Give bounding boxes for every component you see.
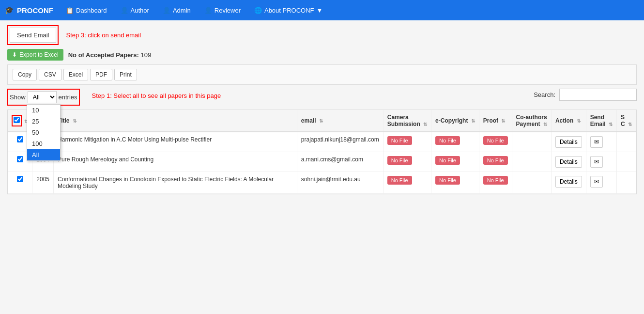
show-label: Show [10, 94, 26, 101]
row-checkbox-2003[interactable] [17, 136, 23, 142]
export-row: ⬇ Export to Excel No of Accepted Papers:… [7, 49, 637, 61]
print-button[interactable]: Print [114, 69, 137, 80]
dropdown-item-25[interactable]: 25 [27, 116, 60, 127]
row-action: Details [551, 172, 586, 194]
table-toolbar: Copy CSV Excel PDF Print [7, 64, 637, 85]
ecopyright-no-file-badge: No File [435, 156, 460, 165]
send-email-icon-button[interactable]: ✉ [590, 176, 603, 188]
row-checkbox-2004[interactable] [17, 156, 23, 162]
pdf-button[interactable]: PDF [90, 69, 112, 80]
sort-icon-camera: ⇅ [423, 122, 427, 127]
nav-admin[interactable]: 👤 Admin [157, 4, 197, 17]
search-label: Search: [534, 91, 555, 98]
send-email-wrapper: Send Email [7, 25, 59, 45]
export-excel-button[interactable]: ⬇ Export to Excel [7, 49, 63, 61]
accepted-papers-text: No of Accepted Papers: 109 [68, 51, 151, 59]
row-title: Harmonic Mitigation in A.C Motor Using M… [54, 132, 297, 152]
row-e-copyright: No File [431, 132, 479, 152]
select-all-checkbox[interactable] [14, 117, 20, 123]
send-email-button[interactable]: Send Email [10, 28, 56, 43]
row-e-copyright: No File [431, 152, 479, 172]
search-input[interactable] [559, 89, 637, 101]
brand-name: PROCONF [17, 6, 53, 15]
row-send-email: ✉ [586, 152, 616, 172]
main-content: Send Email Step 3: click on send email ⬇… [0, 20, 644, 199]
row-checkbox-2005[interactable] [17, 176, 23, 182]
ecopyright-no-file-badge: No File [435, 136, 460, 145]
nav-dashboard[interactable]: 📋 Dashboard [60, 4, 113, 17]
table-row: 2004 Pure Rough Mereology and Counting a… [8, 152, 636, 172]
row-sc [617, 172, 636, 194]
th-email: email ⇅ [297, 110, 383, 132]
show-entries-row: Show 10 25 50 100 All entries 10 25 50 1… [7, 89, 637, 106]
th-proof: Proof ⇅ [479, 110, 512, 132]
th-camera-submission: CameraSubmission ⇅ [383, 110, 431, 132]
entries-label: entries [59, 94, 77, 101]
row-e-copyright: No File [431, 172, 479, 194]
admin-icon: 👤 [163, 7, 170, 14]
dropdown-item-all[interactable]: All [27, 149, 60, 160]
row-email: prajapati.nikunj18@gmail.com [297, 132, 383, 152]
ecopyright-no-file-badge: No File [435, 176, 460, 185]
sort-icon-ecopyright: ⇅ [471, 118, 475, 124]
send-email-section: Send Email Step 3: click on send email [7, 25, 637, 45]
dropdown-item-100[interactable]: 100 [27, 138, 60, 149]
sort-icon-sendemail: ⇅ [609, 122, 613, 127]
camera-no-file-badge: No File [387, 176, 412, 185]
table-header-row: ⇅ # ⇅ Title ⇅ email ⇅ CameraSubmission ⇅… [8, 110, 636, 132]
copy-button[interactable]: Copy [13, 69, 37, 80]
sort-icon-coauthors: ⇅ [543, 122, 547, 127]
author-icon: 👤 [121, 7, 128, 14]
navbar: 🎓 PROCONF 📋 Dashboard 👤 Author 👤 Admin 👤… [0, 0, 644, 20]
row-title: Pure Rough Mereology and Counting [54, 152, 297, 172]
export-icon: ⬇ [12, 51, 17, 58]
row-coauthors-payment [512, 132, 551, 152]
th-e-copyright: e-Copyright ⇅ [431, 110, 479, 132]
details-button[interactable]: Details [555, 176, 582, 188]
dashboard-icon: 📋 [66, 7, 74, 14]
row-proof: No File [479, 152, 512, 172]
proof-no-file-badge: No File [483, 176, 508, 185]
sort-icon-email: ⇅ [319, 118, 323, 124]
row-email: sohni.jain@rmit.edu.au [297, 172, 383, 194]
row-id: 2005 [32, 172, 54, 194]
dropdown-arrow-icon: ▼ [317, 7, 323, 14]
camera-no-file-badge: No File [387, 136, 412, 145]
sort-icon-sc: ⇅ [628, 122, 632, 127]
details-button[interactable]: Details [555, 156, 582, 168]
entries-select[interactable]: 10 25 50 100 All [28, 91, 57, 103]
nav-about[interactable]: 🌐 About PROCONF ▼ [248, 4, 328, 17]
csv-button[interactable]: CSV [39, 69, 61, 80]
send-email-icon-button[interactable]: ✉ [590, 136, 603, 148]
row-coauthors-payment [512, 172, 551, 194]
sort-icon-proof: ⇅ [501, 118, 505, 124]
reviewer-icon: 👤 [204, 7, 212, 14]
th-title: Title ⇅ [54, 110, 297, 132]
row-coauthors-payment [512, 152, 551, 172]
table-wrapper: Step 2:Select it ⇅ # ⇅ Title ⇅ email ⇅ [7, 110, 637, 194]
main-table: ⇅ # ⇅ Title ⇅ email ⇅ CameraSubmission ⇅… [8, 110, 636, 194]
row-sc [617, 132, 636, 152]
entries-dropdown: 10 25 50 100 All [27, 104, 61, 161]
th-sc: SC ⇅ [617, 110, 636, 132]
row-camera-submission: No File [383, 172, 431, 194]
row-sc [617, 152, 636, 172]
row-camera-submission: No File [383, 132, 431, 152]
th-send-email: SendEmail ⇅ [586, 110, 616, 132]
details-button[interactable]: Details [555, 136, 582, 148]
nav-author[interactable]: 👤 Author [115, 4, 155, 17]
table-row: 2003 Harmonic Mitigation in A.C Motor Us… [8, 132, 636, 152]
nav-reviewer[interactable]: 👤 Reviewer [199, 4, 246, 17]
brand-icon: 🎓 [5, 6, 14, 15]
excel-button[interactable]: Excel [63, 69, 88, 80]
th-coauthors-payment: Co-authorsPayment ⇅ [512, 110, 551, 132]
dropdown-item-50[interactable]: 50 [27, 127, 60, 138]
brand: 🎓 PROCONF [5, 6, 53, 15]
step3-text: Step 3: click on send email [66, 31, 141, 39]
proof-no-file-badge: No File [483, 156, 508, 165]
row-proof: No File [479, 172, 512, 194]
send-email-icon-button[interactable]: ✉ [590, 156, 603, 168]
row-checkbox-cell [8, 172, 32, 194]
th-action: Action ⇅ [551, 110, 586, 132]
dropdown-item-10[interactable]: 10 [27, 105, 60, 116]
